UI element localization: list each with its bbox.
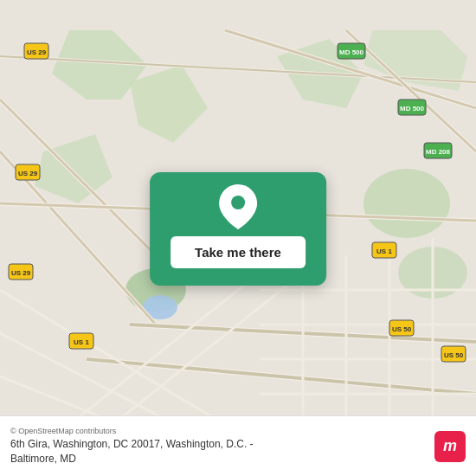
take-me-there-button[interactable]: Take me there [170,236,306,268]
svg-text:US 29: US 29 [11,269,31,277]
location-pin-icon [217,186,259,228]
address-line2: Baltimore, MD [10,452,254,466]
address-line1: 6th Gira, Washington, DC 20017, Washingt… [10,437,254,452]
svg-text:US 1: US 1 [74,338,89,346]
svg-text:US 50: US 50 [392,325,412,333]
svg-text:US 29: US 29 [18,170,38,177]
svg-text:MD 500: MD 500 [339,48,364,56]
svg-text:US 50: US 50 [444,351,464,359]
location-popup: Take me there [150,172,326,286]
svg-point-61 [231,196,245,209]
address-info: © OpenStreetMap contributors 6th Gira, W… [10,427,254,466]
osm-credit: © OpenStreetMap contributors [10,427,254,435]
moovit-logo: m [434,431,466,462]
svg-text:US 29: US 29 [27,48,47,56]
svg-point-7 [363,169,450,238]
map-container: US 29 US 29 US 29 MD 500 MD 500 MD 208 U… [0,0,476,476]
svg-text:US 1: US 1 [376,248,392,255]
svg-text:MD 208: MD 208 [426,148,451,156]
info-bar: © OpenStreetMap contributors 6th Gira, W… [0,415,476,476]
moovit-icon: m [434,431,466,462]
svg-text:MD 500: MD 500 [400,105,425,113]
